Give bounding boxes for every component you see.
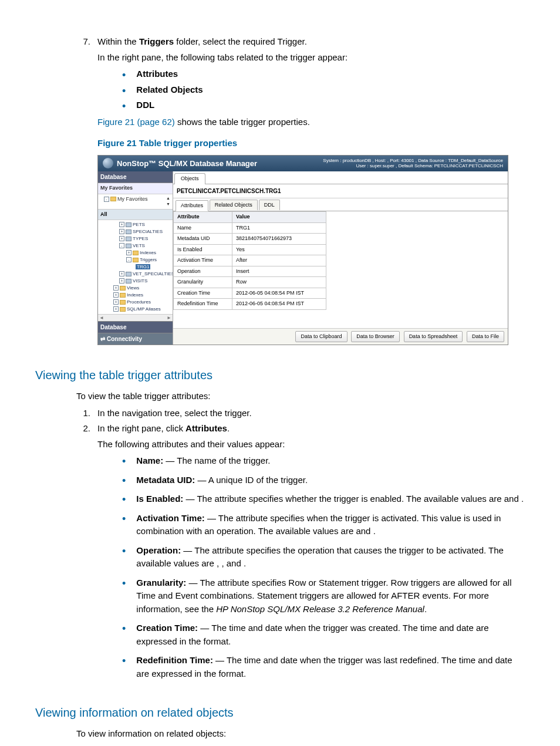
grid-row[interactable]: NameTRG1: [174, 222, 326, 234]
data-to-clipboard-button[interactable]: Data to Clipboard: [295, 331, 347, 343]
manual-title: HP NonStop SQL/MX Release 3.2 Reference …: [216, 604, 424, 614]
all-header[interactable]: All: [98, 210, 173, 221]
grid-row[interactable]: OperationInsert: [174, 266, 326, 277]
grid-row[interactable]: Activation TimeAfter: [174, 255, 326, 266]
tree-node-indexes[interactable]: +Indexes: [99, 249, 171, 256]
attr-desc: — The attribute specifies whether the tr…: [183, 494, 524, 504]
bullet-icon: •: [122, 514, 126, 538]
app-header-status-2: User : super.super , Default Schema: PET…: [323, 163, 503, 169]
app-left-panel: Database My Favorites -My Favorites ▲▼ A…: [98, 171, 173, 345]
step-1: 1. In the navigation tree, select the tr…: [76, 744, 525, 747]
grid-row[interactable]: GranularityRow: [174, 277, 326, 288]
app-titlebar: NonStop™ SQL/MX Database Manager System …: [98, 156, 508, 172]
attributes-grid: Attribute Value NameTRG1 Metadata UID382…: [173, 211, 508, 328]
left-panel-header[interactable]: Database: [98, 171, 173, 183]
expand-icon[interactable]: -: [104, 197, 109, 202]
figure-link[interactable]: Figure 21 (page 62): [97, 117, 175, 127]
expand-icon[interactable]: +: [119, 271, 124, 276]
bullet-icon: •: [122, 70, 126, 80]
step-number: 7.: [76, 35, 97, 349]
grid-row[interactable]: Redefinition Time2012-06-05 04:08:54 PM …: [174, 299, 326, 310]
tree-node-trg1[interactable]: TRG1: [99, 264, 171, 271]
tab-objects[interactable]: Objects: [174, 173, 205, 184]
attr-key: Redefinition Time:: [136, 655, 213, 665]
tree-node-specialties[interactable]: +SPECIALTIES: [99, 228, 171, 235]
grid-row[interactable]: Creation Time2012-06-05 04:08:54 PM IST: [174, 288, 326, 299]
bottom-tab-connectivity[interactable]: ⇄Connectivity: [98, 333, 173, 345]
attr-item: •Redefinition Time: — The time and date …: [122, 654, 525, 680]
figure-reference-line: Figure 21 (page 62) shows the table trig…: [97, 116, 525, 129]
attr-key: Is Enabled:: [136, 494, 183, 504]
expand-icon[interactable]: +: [119, 229, 124, 234]
step-2: 2. In the right pane, click Attributes. …: [76, 422, 525, 686]
tree-node-visits[interactable]: +VISITS: [99, 278, 171, 285]
attr-desc: — The attribute specifies the operation …: [136, 545, 504, 569]
collapse-icon[interactable]: -: [126, 257, 131, 262]
my-favorites-header[interactable]: My Favorites: [98, 183, 173, 194]
expand-icon[interactable]: +: [119, 222, 124, 227]
table-icon: [126, 279, 131, 283]
folder-icon: [110, 197, 116, 201]
expand-icon[interactable]: +: [113, 299, 119, 305]
step-text: .: [227, 423, 230, 433]
tree-node-sqlmp[interactable]: +SQL/MP Aliases: [99, 306, 171, 313]
tree-node-vets[interactable]: -VETS: [99, 242, 171, 249]
export-button-row: Data to Clipboard Data to Browser Data t…: [173, 328, 508, 345]
expand-icon[interactable]: +: [119, 236, 124, 241]
expand-icon[interactable]: +: [119, 278, 124, 283]
attr-item: •Name: — The name of the trigger.: [122, 454, 525, 468]
grid-header-row: Attribute Value: [174, 212, 326, 223]
tab-related-objects[interactable]: Related Objects: [210, 200, 258, 211]
figure-caption: Figure 21 Table trigger properties: [97, 137, 525, 150]
tree-node-pets[interactable]: +PETS: [99, 221, 171, 228]
table-icon: [126, 244, 131, 248]
bullet-item: •Attributes: [122, 67, 525, 81]
app-header-status-1: System : productionDB , Host: , Port: 43…: [323, 158, 503, 164]
tree-node-vet-specialties[interactable]: +VET_SPECIALTIES: [99, 271, 171, 278]
col-attribute[interactable]: Attribute: [174, 212, 232, 223]
section-heading-related: Viewing information on related objects: [35, 704, 525, 721]
table-icon: [126, 229, 131, 234]
expand-icon[interactable]: +: [126, 250, 131, 255]
grid-row[interactable]: Metadata UID382184075407166297​3: [174, 234, 326, 245]
table-icon: [126, 237, 131, 241]
attr-desc: .: [424, 604, 427, 614]
bullet-icon: •: [122, 101, 126, 112]
data-to-spreadsheet-button[interactable]: Data to Spreadsheet: [404, 331, 463, 343]
bullet-icon: •: [122, 456, 126, 468]
tab-attributes[interactable]: Attributes: [176, 200, 208, 212]
navigation-tree[interactable]: +PETS +SPECIALTIES +TYPES -VETS +Indexes…: [98, 220, 173, 314]
bullet-icon: •: [122, 494, 126, 506]
folder-icon: [133, 251, 139, 255]
tab-ddl[interactable]: DDL: [259, 200, 280, 211]
step-text: In the right pane, click: [97, 423, 185, 433]
tree-node-triggers[interactable]: -Triggers: [99, 256, 171, 264]
tree-node-views[interactable]: +Views: [99, 285, 171, 292]
app-title: NonStop™ SQL/MX Database Manager: [117, 158, 257, 170]
data-to-file-button[interactable]: Data to File: [467, 331, 504, 343]
bullet-icon: •: [122, 546, 126, 571]
tree-node-indexes2[interactable]: +Indexes: [99, 292, 171, 299]
attr-key: Operation:: [136, 545, 181, 555]
my-favorites-item[interactable]: -My Favorites ▲▼: [98, 194, 173, 210]
app-screenshot: NonStop™ SQL/MX Database Manager System …: [97, 155, 508, 346]
tree-node-types[interactable]: +TYPES: [99, 235, 171, 242]
step-text: In the navigation tree, select the trigg…: [97, 407, 525, 420]
chevron-updown-icon[interactable]: ▲▼: [166, 195, 170, 208]
table-icon: [126, 222, 131, 227]
app-logo-icon: [103, 158, 113, 168]
expand-icon[interactable]: +: [113, 306, 119, 312]
step-number: 1.: [76, 407, 97, 420]
attr-item: •Operation: — The attribute specifies th…: [122, 544, 525, 571]
col-value[interactable]: Value: [232, 212, 326, 223]
tree-scrollbar[interactable]: ◄►: [98, 314, 173, 321]
bottom-tab-database[interactable]: Database: [98, 321, 173, 333]
tree-node-procedures[interactable]: +Procedures: [99, 299, 171, 306]
expand-icon[interactable]: +: [113, 292, 119, 298]
grid-row[interactable]: Is EnabledYes: [174, 244, 326, 255]
folder-icon: [133, 258, 139, 262]
collapse-icon[interactable]: -: [119, 243, 124, 248]
data-to-browser-button[interactable]: Data to Browser: [351, 331, 400, 343]
expand-icon[interactable]: +: [113, 285, 119, 291]
bullet-icon: •: [122, 475, 126, 487]
